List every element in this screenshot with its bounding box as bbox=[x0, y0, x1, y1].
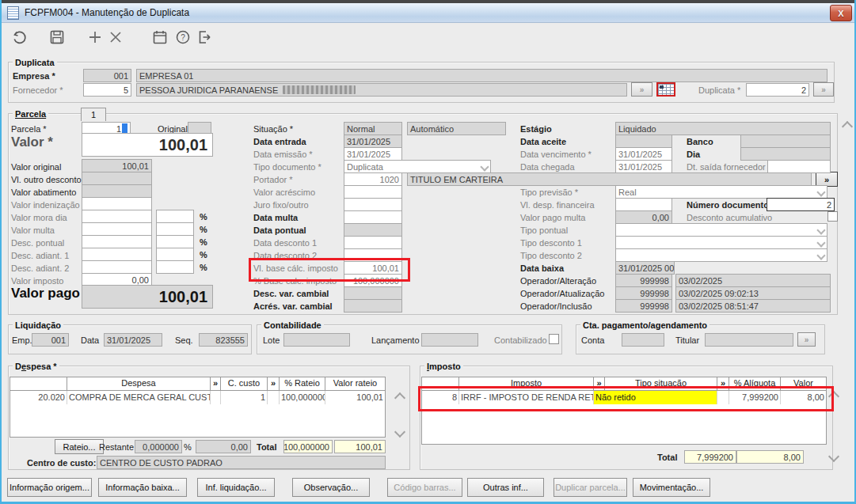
window-title: FCPFM004 - Manutenção de Duplicata bbox=[25, 7, 189, 18]
delete-icon[interactable] bbox=[108, 29, 124, 45]
desconto-acumulativo-checkbox[interactable] bbox=[827, 211, 838, 222]
empresa-label: Empresa * bbox=[13, 70, 55, 82]
valor-multa-pct-field[interactable] bbox=[156, 222, 194, 236]
despesa-cell-expand bbox=[211, 391, 221, 404]
valor-multa-field[interactable] bbox=[82, 222, 152, 236]
help-icon[interactable]: ? bbox=[175, 29, 191, 45]
data-desconto1-field[interactable] bbox=[344, 236, 402, 249]
valor-acrescimo-field[interactable] bbox=[344, 185, 402, 199]
imposto-header-expand1[interactable]: » bbox=[594, 377, 605, 390]
duplicata-zoom-button[interactable]: » bbox=[813, 82, 834, 97]
data-chegada-field[interactable]: 31/01/2025 bbox=[615, 160, 672, 173]
despesa-total-label: Total bbox=[257, 441, 276, 453]
tipo-desconto2-label: Tipo desconto 2 bbox=[520, 250, 582, 262]
numero-documento-field[interactable]: 2 bbox=[767, 198, 835, 211]
parcela-value: 1 bbox=[116, 124, 121, 134]
informacao-baixa-button[interactable]: Informação baixa... bbox=[98, 478, 187, 497]
calendar-icon[interactable] bbox=[152, 29, 168, 45]
observacao-button[interactable]: Observação... bbox=[292, 478, 370, 497]
vl-desp-financeira-field[interactable] bbox=[615, 198, 672, 211]
titular-zoom-button[interactable]: » bbox=[797, 332, 816, 347]
despesa-table-row[interactable]: 20.020 COMPRA DE MERCA GERAL CUSTOS M 1 … bbox=[10, 391, 385, 404]
tipo-desconto2-combo[interactable] bbox=[615, 248, 827, 262]
tipo-previsao-combo[interactable]: Real bbox=[615, 185, 827, 199]
juro-fixo-label: Juro fixo/outro bbox=[253, 199, 309, 211]
fornecedor-grid-icon[interactable] bbox=[656, 82, 675, 97]
desc-adiant2-field[interactable] bbox=[82, 260, 152, 274]
codigo-barras-button: Código barras... bbox=[387, 478, 462, 497]
data-desconto2-field[interactable] bbox=[344, 248, 402, 262]
duplicata-number-field[interactable]: 2 bbox=[746, 83, 809, 97]
imposto-header-expand2[interactable]: » bbox=[717, 377, 729, 390]
empresa-code-field: 001 bbox=[83, 69, 131, 82]
despesa-header-pct-rateio: % Rateio bbox=[280, 377, 325, 390]
tipo-desconto1-label: Tipo desconto 1 bbox=[520, 237, 582, 249]
duplicata-group bbox=[8, 62, 835, 103]
desc-adiant2-pct-field[interactable] bbox=[156, 260, 194, 274]
imposto-header-tipo-situacao: Tipo situação bbox=[605, 377, 717, 390]
data-entrada-label: Data entrada bbox=[253, 136, 306, 148]
data-emissao-field[interactable]: 31/01/2025 bbox=[344, 147, 402, 161]
conta-label: Conta bbox=[581, 335, 604, 347]
dt-saida-field[interactable] bbox=[767, 160, 831, 173]
estagio-label: Estágio bbox=[520, 123, 552, 135]
valor-mora-dia-field[interactable] bbox=[82, 210, 152, 223]
juro-fixo-field[interactable] bbox=[344, 198, 402, 211]
chevron-down-icon bbox=[816, 251, 825, 260]
fornecedor-zoom-button[interactable]: » bbox=[631, 82, 652, 97]
lote-label: Lote bbox=[263, 335, 280, 347]
inf-liquidacao-button[interactable]: Inf. liquidação... bbox=[197, 478, 275, 497]
despesa-header-ccusto: C. custo bbox=[221, 377, 268, 390]
percent-sign-5: % bbox=[200, 262, 207, 274]
chevron-down-icon bbox=[816, 238, 825, 247]
rateio-button[interactable]: Rateio... bbox=[55, 439, 104, 454]
exit-icon[interactable] bbox=[196, 29, 212, 45]
pct-base-calc-field[interactable]: 100,000000 bbox=[344, 274, 402, 287]
restante-valor-field: 0,00 bbox=[196, 440, 251, 453]
valor-multa-label: Valor multa bbox=[11, 225, 55, 237]
imposto-cell-aliquota: 7,999200 bbox=[729, 391, 781, 404]
data-vencimento-field[interactable]: 31/01/2025 bbox=[615, 147, 672, 161]
despesa-header-expand1[interactable]: » bbox=[211, 377, 221, 390]
valor-mora-dia-label: Valor mora dia bbox=[11, 212, 67, 224]
fornecedor-code-field[interactable]: 5 bbox=[83, 83, 131, 97]
data-desconto2-label: Data desconto 2 bbox=[253, 250, 317, 262]
valor-field[interactable]: 100,01 bbox=[82, 133, 213, 157]
parcela-tab-1[interactable]: 1 bbox=[81, 108, 106, 121]
banco-label: Banco bbox=[687, 136, 713, 148]
valor-pago-multa-label: Valor pago multa bbox=[520, 212, 585, 224]
valor-indenizacao-field[interactable] bbox=[82, 197, 152, 210]
tipo-documento-combo[interactable]: Duplicata bbox=[344, 160, 491, 173]
imposto-table-row[interactable]: 8 IRRF - IMPOSTO DE RENDA RETIDO N Não r… bbox=[422, 391, 826, 404]
tipo-pontual-combo[interactable] bbox=[615, 223, 827, 237]
contabilidade-legend: Contabilidade bbox=[261, 320, 324, 331]
title-bar[interactable]: FCPFM004 - Manutenção de Duplicata X bbox=[2, 3, 854, 23]
valor-original-field: 100,01 bbox=[82, 159, 152, 172]
fornecedor-label: Fornecedor * bbox=[13, 85, 63, 97]
despesa-header-expand2[interactable]: » bbox=[268, 377, 280, 390]
undo-icon[interactable] bbox=[12, 29, 28, 45]
contabilizado-checkbox[interactable] bbox=[549, 334, 559, 344]
save-icon[interactable] bbox=[49, 29, 65, 45]
movimentacao-button[interactable]: Movimentação... bbox=[633, 478, 710, 497]
vl-base-calc-field[interactable]: 100,01 bbox=[344, 261, 402, 275]
valor-mora-dia-pct-field[interactable] bbox=[156, 210, 194, 223]
valor-acrescimo-label: Valor acréscimo bbox=[253, 187, 315, 199]
desc-adiant1-pct-field[interactable] bbox=[156, 248, 194, 261]
desc-pontual-field[interactable] bbox=[82, 235, 152, 248]
contabilizado-label: Contabilizado bbox=[494, 335, 547, 347]
collapse-chevron-icon[interactable] bbox=[842, 121, 853, 132]
data-multa-field[interactable] bbox=[344, 210, 402, 224]
close-button[interactable]: X bbox=[830, 5, 852, 21]
despesa-header-valor-rateio: Valor rateio bbox=[325, 377, 385, 390]
add-icon[interactable] bbox=[87, 29, 103, 45]
op-inclusao-label: Operador/Inclusão bbox=[520, 301, 592, 313]
tipo-desconto1-combo[interactable] bbox=[615, 236, 827, 249]
outras-inf-button[interactable]: Outras inf... bbox=[467, 478, 544, 497]
desc-pontual-pct-field[interactable] bbox=[156, 235, 194, 248]
informacao-origem-button[interactable]: Informação origem... bbox=[7, 478, 92, 497]
duplicata-number-label: Duplicata * bbox=[698, 85, 740, 97]
portador-field[interactable]: 1020 bbox=[344, 172, 402, 186]
desc-adiant1-field[interactable] bbox=[82, 248, 152, 261]
liquidacao-legend: Liquidação bbox=[13, 320, 63, 331]
